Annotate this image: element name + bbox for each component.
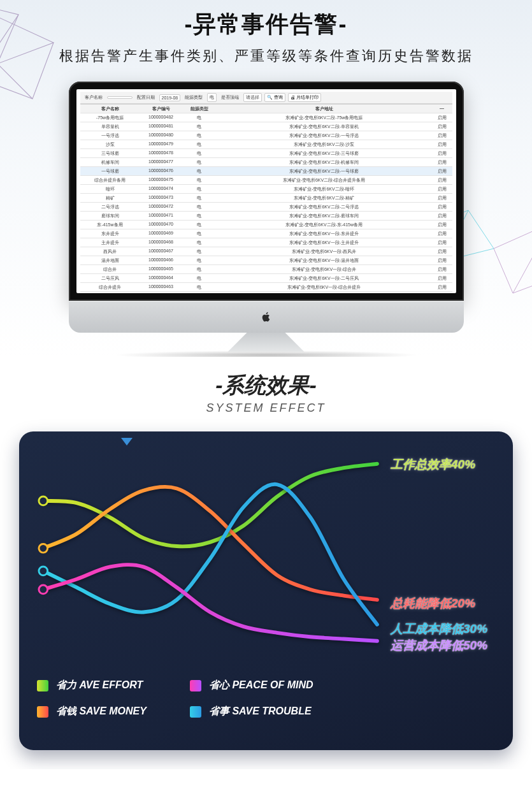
imac-chin: [69, 301, 464, 333]
legend-swatch: [190, 680, 201, 691]
query-toolbar: 客户名称 配置日期 2019-08 能源类型 电 是否顶端 请选择 🔍 查询 🖨…: [80, 92, 452, 104]
apple-logo-icon: [261, 310, 272, 324]
table-row[interactable]: 综合井1000000465电东滩矿业-变电所6KV一段-综合井启用: [80, 265, 452, 274]
end-label-2: 人工成本降低30%: [391, 621, 487, 637]
input-date[interactable]: 2019-08: [159, 94, 181, 101]
series-3: [43, 565, 377, 641]
legend-swatch: [37, 706, 48, 718]
print-button[interactable]: 🖨 月结单打印: [288, 93, 321, 102]
table-row[interactable]: 一号浮选1000000480电东滩矿业-变电所6KV二段-一号浮选启用: [80, 131, 452, 140]
table-row[interactable]: 西风井1000000467电东滩矿业-变电所6KV一段-西风井启用: [80, 247, 452, 256]
pointer-icon: [121, 438, 133, 445]
imac-mock: 客户名称 配置日期 2019-08 能源类型 电 是否顶端 请选择 🔍 查询 🖨…: [69, 82, 464, 357]
legend-swatch: [37, 680, 48, 691]
lbl-date: 配置日期: [135, 94, 157, 101]
lbl-name: 客户名称: [83, 94, 104, 101]
table-row[interactable]: 温井地面1000000466电东滩矿业-变电所6KV一段-温井地面启用: [80, 256, 452, 265]
legend-item: 省事 SAVE TROUBLE: [190, 705, 368, 718]
legend-item: 省钱 SAVE MONEY: [37, 705, 183, 718]
table-row[interactable]: 三号球磨1000000478电东滩矿业-变电所6KV二段-三号球磨启用: [80, 149, 452, 158]
table-row[interactable]: 机修车间1000000477电东滩矿业-变电所6KV二段-机修车间启用: [80, 158, 452, 167]
series-2: [43, 484, 377, 625]
legend-label: 省钱 SAVE MONEY: [56, 705, 147, 718]
select-top[interactable]: 请选择: [243, 93, 262, 102]
table-row[interactable]: 东井提升1000000469电东滩矿业-变电所6KV一段-东井提升启用: [80, 229, 452, 238]
table-body: -75w备用电源1000000482电东滩矿业-变电所6KV二段-75w备用电源…: [80, 113, 452, 293]
table-row[interactable]: 东-415w备用1000000470电东滩矿业-变电所6KV二段-东-415w备…: [80, 221, 452, 229]
table-row[interactable]: 单容量机1000000481电东滩矿业-变电所6KV二段-单容量机启用: [80, 122, 452, 131]
table-row[interactable]: 东73中段1000000462电东滩矿业-变电所6KV一段-东73中段启用: [80, 292, 452, 293]
table-row[interactable]: 综合井提升1000000463电东滩矿业-变电所6KV一段-综合井提升启用: [80, 283, 452, 292]
table-row[interactable]: 二号压风1000000464电东滩矿业-变电所6KV一段-二号压风启用: [80, 274, 452, 283]
legend-item: 省心 PEACE OF MIND: [190, 679, 368, 692]
effect-title: -系统效果-: [0, 371, 532, 400]
effect-section: -系统效果- SYSTEM EFFECT 工作总效率40%总耗能降低20%人工成…: [0, 357, 532, 769]
table-row[interactable]: 一号球磨1000000476电东滩矿业-变电所6KV二段-一号球磨启用: [80, 167, 452, 176]
lbl-energy: 能源类型: [183, 94, 205, 101]
end-label-3: 运营成本降低50%: [391, 637, 487, 654]
series-start-dot: [39, 544, 48, 553]
legend-swatch: [190, 706, 201, 718]
series-start-dot: [39, 567, 48, 575]
chart-area: 工作总效率40%总耗能降低20%人工成本降低30%运营成本降低50%: [37, 449, 499, 672]
table-row[interactable]: 精矿1000000473电东滩矿业-变电所6KV二段-精矿启用: [80, 194, 452, 203]
legend-label: 省力 AVE EFFORT: [56, 679, 143, 692]
chart-card: 工作总效率40%总耗能降低20%人工成本降低30%运营成本降低50% 省力 AV…: [19, 431, 513, 750]
table-row[interactable]: -75w备用电源1000000482电东滩矿业-变电所6KV二段-75w备用电源…: [80, 113, 452, 122]
imac-stand: [228, 333, 305, 352]
table-row[interactable]: 二号浮选1000000472电东滩矿业-变电所6KV二段-二号浮选启用: [80, 203, 452, 212]
table-row[interactable]: 暗环1000000474电东滩矿业-变电所6KV二段-暗环启用: [80, 185, 452, 194]
table-row[interactable]: 主井提升1000000468电东滩矿业-变电所6KV一段-主井提升启用: [80, 238, 452, 247]
table-row[interactable]: 综合井提升备用1000000475电东滩矿业-变电所6KV二段-综合井提升备用启…: [80, 176, 452, 185]
imac-screen: 客户名称 配置日期 2019-08 能源类型 电 是否顶端 请选择 🔍 查询 🖨…: [76, 89, 456, 293]
series-start-dot: [39, 585, 48, 594]
table-header: 客户名称 客户编号 能源类型 客户地址 —: [80, 104, 452, 113]
legend-label: 省事 SAVE TROUBLE: [209, 705, 312, 718]
end-label-0: 工作总效率40%: [391, 456, 475, 473]
end-label-1: 总耗能降低20%: [391, 595, 475, 612]
select-energy[interactable]: 电: [207, 93, 217, 102]
alarm-section: -异常事件告警- 根据告警产生事件类别、严重等级等条件查询历史告警数据 客户名称…: [0, 0, 532, 357]
series-start-dot: [39, 496, 48, 505]
input-name[interactable]: [107, 96, 133, 99]
table-row[interactable]: 磨球车间1000000471电东滩矿业-变电所6KV二段-磨球车间启用: [80, 212, 452, 221]
chart-legend: 省力 AVE EFFORT省心 PEACE OF MIND省钱 SAVE MON…: [37, 679, 499, 718]
series-0: [43, 464, 377, 547]
effect-subtitle: SYSTEM EFFECT: [0, 402, 532, 415]
legend-label: 省心 PEACE OF MIND: [209, 679, 313, 692]
legend-item: 省力 AVE EFFORT: [37, 679, 183, 692]
table-row[interactable]: 沙泵1000000479电东滩矿业-变电所6KV二段-沙泵启用: [80, 140, 452, 149]
search-button[interactable]: 🔍 查询: [264, 93, 285, 102]
lbl-top: 是否顶端: [219, 94, 241, 101]
